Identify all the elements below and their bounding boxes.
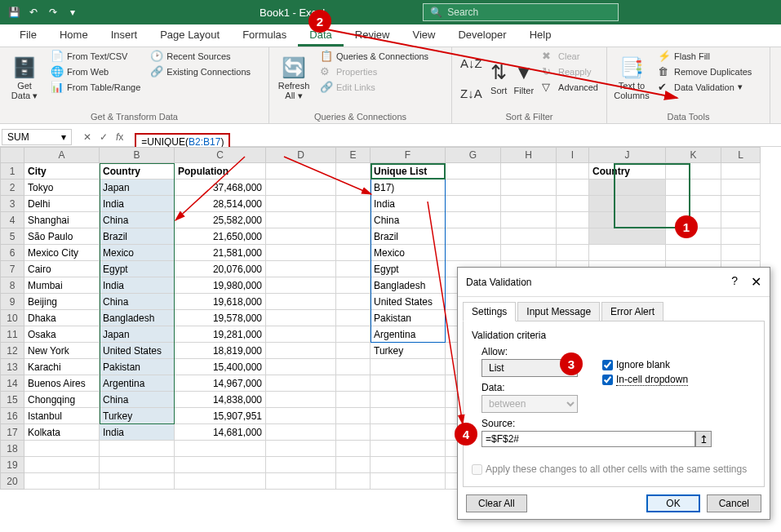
row-header[interactable]: 14	[0, 375, 24, 392]
filter-button[interactable]: ▼ Filter	[513, 49, 535, 108]
row-header[interactable]: 3	[0, 196, 24, 212]
cell[interactable]	[175, 457, 266, 473]
cell[interactable]	[666, 180, 721, 196]
dialog-tab-error-alert[interactable]: Error Alert	[601, 302, 663, 321]
cell[interactable]	[266, 228, 336, 245]
cancel-button[interactable]: Cancel	[707, 494, 761, 512]
cell[interactable]: Argentina	[371, 326, 446, 343]
cell[interactable]: Japan	[100, 180, 175, 196]
col-header-D[interactable]: D	[266, 147, 336, 163]
sort-asc-button[interactable]: A↓Z	[457, 55, 486, 71]
cell[interactable]	[336, 392, 371, 408]
flash-fill-button[interactable]: ⚡Flash Fill	[655, 49, 755, 63]
cell[interactable]: Bangladesh	[100, 310, 175, 326]
range-picker-icon[interactable]: ↥	[695, 431, 712, 447]
tab-help[interactable]: Help	[518, 24, 563, 47]
row-header[interactable]: 19	[0, 457, 24, 473]
tab-home[interactable]: Home	[48, 24, 100, 47]
row-header[interactable]: 6	[0, 245, 24, 261]
cell[interactable]	[336, 424, 371, 441]
cell[interactable]	[336, 228, 371, 245]
col-header-F[interactable]: F	[371, 147, 446, 163]
cell[interactable]	[501, 180, 557, 196]
advanced-button[interactable]: ▽Advanced	[539, 80, 601, 94]
cell[interactable]	[557, 212, 589, 228]
cell[interactable]: 18,819,000	[175, 343, 266, 359]
tab-formulas[interactable]: Formulas	[231, 24, 298, 47]
cell[interactable]: Buenos Aires	[24, 375, 100, 392]
existing-connections-button[interactable]: 🔗Existing Connections	[147, 64, 254, 78]
cell[interactable]: India	[100, 424, 175, 441]
select-all-corner[interactable]	[0, 147, 24, 163]
from-web-button[interactable]: 🌐From Web	[47, 64, 144, 78]
cell[interactable]	[266, 326, 336, 343]
cell[interactable]: 14,838,000	[175, 392, 266, 408]
cell[interactable]	[501, 212, 557, 228]
col-header-K[interactable]: K	[666, 147, 721, 163]
cell[interactable]	[266, 359, 336, 375]
cell[interactable]	[266, 424, 336, 441]
cell[interactable]: Bangladesh	[371, 277, 446, 294]
cell[interactable]: Japan	[100, 326, 175, 343]
cell[interactable]: China	[371, 212, 446, 228]
cell[interactable]: India	[100, 196, 175, 212]
qat-dropdown-icon[interactable]: ▾	[65, 5, 80, 20]
cell[interactable]	[371, 441, 446, 457]
cell[interactable]	[501, 196, 557, 212]
cell[interactable]	[336, 473, 371, 490]
cell[interactable]	[721, 245, 761, 261]
cell[interactable]: 20,076,000	[175, 261, 266, 277]
cell[interactable]: Pakistan	[371, 310, 446, 326]
cell[interactable]	[266, 261, 336, 277]
cell[interactable]: São Paulo	[24, 228, 100, 245]
get-data-button[interactable]: 🗄️ Get Data ▾	[5, 49, 44, 108]
cell[interactable]: City	[24, 163, 100, 180]
col-header-B[interactable]: B	[100, 147, 175, 163]
cell[interactable]	[446, 228, 501, 245]
row-header[interactable]: 13	[0, 359, 24, 375]
col-header-E[interactable]: E	[336, 147, 371, 163]
cell[interactable]	[371, 392, 446, 408]
cell[interactable]: Egypt	[100, 261, 175, 277]
cell[interactable]: 14,681,000	[175, 424, 266, 441]
cell[interactable]: China	[100, 294, 175, 310]
cell[interactable]: India	[371, 196, 446, 212]
cell[interactable]: Mexico City	[24, 245, 100, 261]
undo-icon[interactable]: ↶	[26, 5, 41, 20]
cell[interactable]: Delhi	[24, 196, 100, 212]
tab-developer[interactable]: Developer	[446, 24, 517, 47]
cell[interactable]	[666, 196, 721, 212]
data-validation-button[interactable]: ✔Data Validation ▾	[655, 80, 755, 94]
col-header-G[interactable]: G	[446, 147, 501, 163]
col-header-L[interactable]: L	[721, 147, 761, 163]
row-header[interactable]: 12	[0, 343, 24, 359]
cell[interactable]: United States	[371, 294, 446, 310]
cell[interactable]: Osaka	[24, 326, 100, 343]
cell[interactable]: Turkey	[100, 408, 175, 424]
formula-input[interactable]: =UNIQUE(B2:B17)	[135, 135, 781, 139]
cell[interactable]	[501, 245, 557, 261]
dialog-tab-settings[interactable]: Settings	[463, 302, 516, 321]
cell[interactable]	[589, 180, 666, 196]
cell[interactable]	[666, 245, 721, 261]
row-header[interactable]: 11	[0, 326, 24, 343]
cell[interactable]	[175, 473, 266, 490]
cell[interactable]: 21,581,000	[175, 245, 266, 261]
col-header-I[interactable]: I	[557, 147, 589, 163]
ignore-blank-checkbox[interactable]	[602, 360, 613, 370]
incell-dropdown-checkbox[interactable]	[602, 375, 613, 385]
cell[interactable]	[336, 212, 371, 228]
cell[interactable]: Population	[175, 163, 266, 180]
from-table-button[interactable]: 📊From Table/Range	[47, 80, 144, 94]
cell[interactable]: Mexico	[371, 245, 446, 261]
cell[interactable]	[266, 163, 336, 180]
cell[interactable]: Argentina	[100, 375, 175, 392]
cell[interactable]	[557, 180, 589, 196]
cell[interactable]	[175, 441, 266, 457]
cell[interactable]: Istanbul	[24, 408, 100, 424]
cell[interactable]	[336, 408, 371, 424]
cell[interactable]	[446, 196, 501, 212]
cell[interactable]	[266, 343, 336, 359]
cell[interactable]	[336, 261, 371, 277]
cell[interactable]: 15,400,000	[175, 359, 266, 375]
